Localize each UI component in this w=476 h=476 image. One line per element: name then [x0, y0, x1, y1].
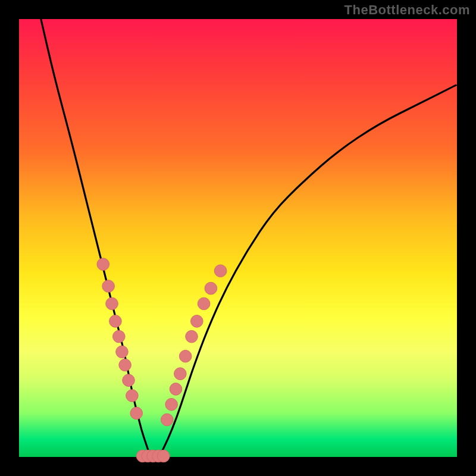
chart-frame: TheBottleneck.com — [0, 0, 476, 476]
data-point — [158, 450, 170, 462]
data-point — [106, 298, 118, 310]
data-point — [165, 398, 178, 411]
data-point — [186, 330, 198, 343]
data-point — [170, 383, 182, 396]
data-point — [130, 407, 143, 419]
data-point — [123, 374, 135, 387]
data-point — [113, 330, 126, 343]
data-point — [126, 390, 139, 402]
data-point — [205, 282, 217, 295]
data-point — [116, 346, 129, 358]
data-point — [161, 414, 173, 426]
data-beads — [97, 258, 227, 462]
data-point — [214, 265, 227, 277]
right-curve — [159, 84, 457, 457]
data-point — [119, 359, 131, 371]
data-point — [109, 315, 122, 328]
data-point — [174, 368, 187, 380]
data-point — [198, 298, 210, 310]
watermark-text: TheBottleneck.com — [345, 4, 470, 17]
data-point — [102, 280, 115, 293]
data-point — [97, 258, 109, 271]
data-point — [191, 315, 203, 328]
data-point — [179, 350, 192, 362]
chart-svg — [19, 19, 457, 457]
